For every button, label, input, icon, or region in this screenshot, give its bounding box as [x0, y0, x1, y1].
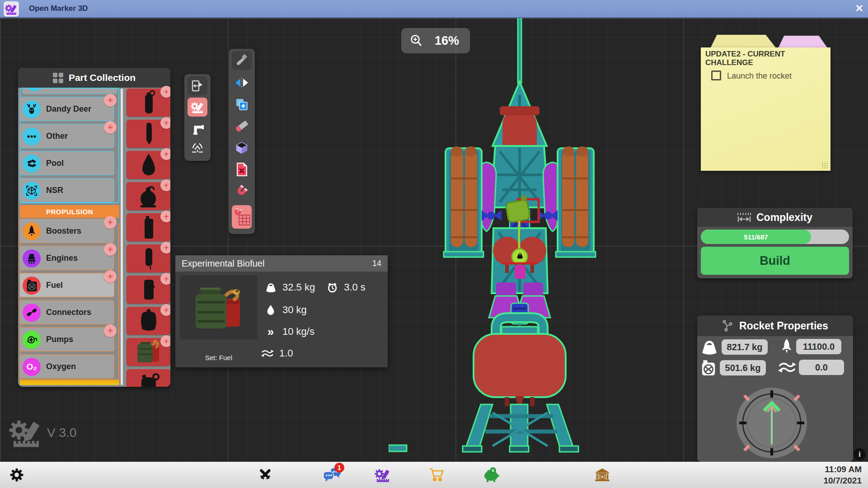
add-part-button[interactable]: +	[160, 179, 170, 191]
add-part-button[interactable]: +	[160, 211, 170, 222]
sidebar-item-connectors[interactable]: Connectors	[19, 300, 114, 324]
complexity-panel: Complexity 511/687 Build	[697, 208, 853, 278]
spray-icon[interactable]	[188, 139, 207, 158]
build-marker-icon[interactable]	[188, 98, 207, 117]
app-window: Open Marker 3D ✕ 16% Part Collection	[0, 0, 868, 488]
cube-icon[interactable]	[232, 138, 252, 157]
part-card[interactable]: +	[127, 182, 170, 210]
add-part-button[interactable]: +	[160, 86, 170, 98]
sticky-note[interactable]: UPDATE2 - CURRENT CHALLENGE Launch the r…	[701, 47, 830, 171]
add-part-button[interactable]: +	[104, 216, 117, 229]
part-card[interactable]: +	[127, 307, 170, 335]
build-app-icon[interactable]	[373, 466, 392, 484]
complexity-progress: 511/687	[701, 230, 849, 244]
add-part-button[interactable]: +	[160, 148, 170, 160]
grid-icon	[53, 73, 63, 83]
resize-grip[interactable]	[821, 162, 828, 169]
close-button[interactable]: ✕	[855, 2, 863, 15]
category-scrollbar[interactable]	[121, 89, 123, 385]
total-mass-value: 821.7 kg	[722, 339, 768, 355]
part-card[interactable]: +	[127, 89, 170, 117]
list-item[interactable]	[22, 88, 117, 94]
add-part-button[interactable]: +	[160, 273, 170, 285]
complexity-progress-label: 511/687	[744, 233, 768, 241]
version-label: V 3.0	[47, 426, 76, 450]
tooltip-part-count: 14	[372, 259, 381, 268]
circuit-icon	[722, 320, 734, 332]
mirror-icon[interactable]	[232, 73, 252, 92]
sidebar-item-fuel[interactable]: Fuel +	[19, 273, 114, 297]
sidebar-item-other[interactable]: Other +	[19, 124, 114, 148]
title-bar: Open Marker 3D ✕	[0, 0, 868, 18]
delete-icon[interactable]	[232, 160, 252, 179]
complexity-title: Complexity	[756, 211, 812, 224]
sidebar-item-boosters[interactable]: Boosters +	[19, 219, 114, 243]
settings-gear-icon[interactable]	[7, 466, 26, 484]
add-part-button[interactable]: +	[104, 243, 117, 256]
thrust-value: 11100.0	[796, 339, 841, 354]
part-card[interactable]: +	[127, 120, 170, 148]
build-button[interactable]: Build	[701, 247, 849, 275]
sidebar-item-engines[interactable]: Engines +	[19, 246, 114, 270]
zoom-control[interactable]: 16%	[401, 28, 470, 53]
thrust-rocket-icon	[781, 338, 793, 355]
chat-icon[interactable]: 1	[323, 466, 342, 484]
battle-markers-icon[interactable]	[256, 466, 275, 484]
add-part-button[interactable]: +	[160, 117, 170, 129]
add-part-button[interactable]: +	[104, 94, 117, 107]
app-logo-icon	[4, 1, 19, 17]
sidebar-item-pumps[interactable]: Pumps +	[19, 327, 114, 352]
rocket-model[interactable]	[389, 16, 651, 459]
pipe-icon[interactable]	[188, 119, 207, 138]
fuel-can-icon	[701, 360, 716, 376]
ellipsis-icon	[23, 127, 41, 145]
sidebar-item-oxygen[interactable]: O₂ Oxygen	[19, 354, 114, 379]
toolbar-right	[229, 49, 255, 234]
duplicate-icon[interactable]	[232, 95, 252, 114]
snap-grid-icon[interactable]	[232, 205, 252, 229]
bank-icon[interactable]	[593, 466, 612, 484]
weight-icon	[264, 282, 277, 293]
clock-time: 11:09 AM	[823, 464, 862, 475]
task-checkbox[interactable]	[711, 70, 721, 80]
taskbar: 1 $	[0, 462, 868, 488]
add-part-button[interactable]: +	[160, 335, 170, 347]
picker-icon[interactable]	[232, 51, 252, 70]
piggy-bank-icon[interactable]: $	[482, 466, 501, 484]
part-collection-header[interactable]: Part Collection	[18, 68, 170, 88]
note-tab-yellow[interactable]	[710, 35, 776, 48]
sidebar-item-nsr[interactable]: NSR	[19, 178, 114, 202]
sidebar-item-dandy-deer[interactable]: Dandy Deer +	[19, 97, 114, 121]
part-thumbnails: + + + +	[127, 88, 170, 387]
magnet-icon[interactable]	[232, 182, 252, 201]
part-card[interactable]	[127, 369, 170, 387]
add-part-button[interactable]: +	[160, 304, 170, 316]
booster-rocket-icon	[23, 222, 41, 240]
add-part-button[interactable]: +	[104, 270, 117, 283]
shop-cart-icon[interactable]	[427, 466, 446, 484]
part-card[interactable]: +	[127, 244, 170, 272]
plug-icon	[23, 304, 41, 322]
sidebar-item-pool[interactable]: Pool	[19, 151, 114, 175]
add-part-button[interactable]: +	[104, 121, 117, 134]
transfer-icon[interactable]	[188, 76, 207, 95]
part-collection-title: Part Collection	[69, 72, 136, 83]
svg-text:$: $	[492, 469, 494, 473]
part-card-biofuel[interactable]: +	[127, 338, 170, 366]
part-card[interactable]: +	[127, 276, 170, 304]
stat-rate: 10 kg/s	[282, 326, 314, 338]
drop-icon	[264, 305, 277, 315]
tooltip-part-name: Experimental Biofuel	[182, 258, 264, 269]
clock-date: 10/7/2021	[823, 475, 862, 486]
part-card[interactable]: +	[127, 213, 170, 241]
eraser-icon[interactable]	[232, 117, 252, 136]
add-part-button[interactable]: +	[104, 324, 117, 337]
info-button[interactable]: i	[854, 448, 866, 460]
part-tooltip: Experimental Biofuel 14 Set: Fuel 32.5 k…	[175, 255, 388, 367]
part-card[interactable]: +	[127, 151, 170, 179]
ruler-icon	[737, 212, 751, 222]
stat-burn-time: 3.0 s	[344, 282, 366, 293]
task-label: Launch the rocket	[727, 71, 792, 81]
fuel-mass-value: 501.6 kg	[720, 360, 766, 375]
add-part-button[interactable]: +	[160, 242, 170, 253]
